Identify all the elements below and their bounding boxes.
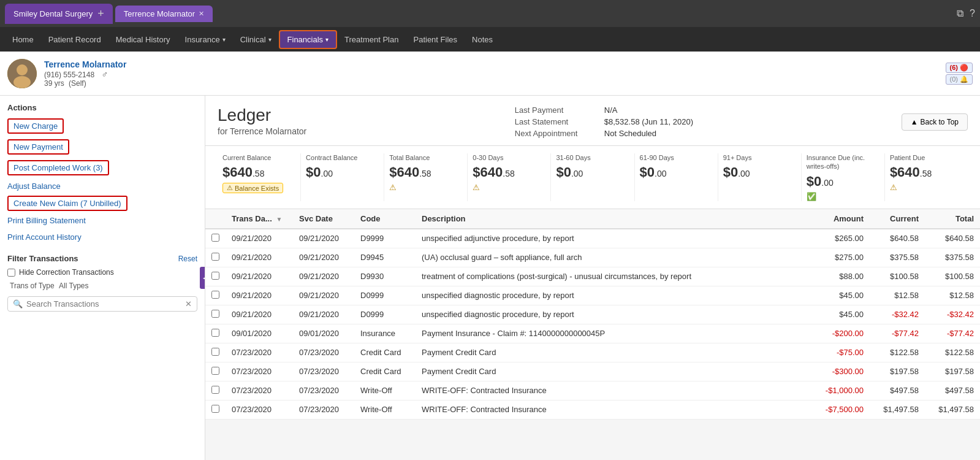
desc-cell: unspecified diagnostic procedure, by rep…	[416, 286, 815, 305]
svc-date-cell: 07/23/2020	[293, 381, 354, 400]
row-checkbox-7[interactable]	[211, 367, 219, 375]
adjust-balance-link[interactable]: Adjust Balance	[7, 179, 197, 193]
patient-name[interactable]: Terrence Molarnator	[44, 59, 941, 69]
nav-patient-files[interactable]: Patient Files	[406, 31, 465, 48]
desc-cell: Payment Insurance - Claim #: 11400000000…	[416, 324, 815, 343]
amount-cell: $45.00	[815, 286, 870, 305]
table-row[interactable]: 09/21/2020 09/21/2020 D9945 (UA) occlusa…	[205, 248, 980, 267]
filter-section: Filter Transactions Reset Hide Correctio…	[7, 254, 197, 312]
table-row[interactable]: 09/21/2020 09/21/2020 D0999 unspecified …	[205, 286, 980, 305]
alert-badge-red[interactable]: (6) 🔴	[946, 63, 973, 73]
tab-smiley-dental[interactable]: Smiley Dental Surgery +	[5, 4, 113, 24]
table-row[interactable]: 09/21/2020 09/21/2020 D0999 unspecified …	[205, 305, 980, 324]
code-cell: D9999	[354, 229, 416, 248]
current-cell: $497.58	[870, 381, 925, 400]
balance-61-90: 61-90 Days $0.00	[635, 153, 718, 201]
back-to-top-button[interactable]: ▲ Back to Top	[902, 113, 968, 131]
table-row[interactable]: 09/21/2020 09/21/2020 D9999 unspecified …	[205, 229, 980, 248]
nav-home[interactable]: Home	[5, 31, 41, 48]
row-checkbox-5[interactable]	[211, 329, 219, 337]
search-clear-icon[interactable]: ✕	[185, 299, 192, 309]
amount-cell: -$1,000.00	[815, 381, 870, 400]
table-container: Trans Da... ▼ Svc Date Code Description …	[205, 209, 980, 420]
ledger-title-area: Ledger for Terrence Molarnator	[218, 105, 306, 136]
tab-close-icon[interactable]: ✕	[199, 10, 204, 18]
row-checkbox-4[interactable]	[211, 310, 219, 318]
avatar	[7, 59, 37, 88]
row-checkbox-8[interactable]	[211, 386, 219, 394]
patient-gender: ♂	[101, 69, 108, 79]
table-row[interactable]: 07/23/2020 07/23/2020 Write-Off WRITE-OF…	[205, 381, 980, 400]
amount-cell: -$7,500.00	[815, 400, 870, 419]
hide-corrections-row: Hide Correction Transactions	[7, 268, 197, 277]
sort-arrow-icon: ▼	[276, 216, 282, 223]
nav-treatment-plan[interactable]: Treatment Plan	[337, 31, 406, 48]
balance-current: Current Balance $640.58 ⚠ Balance Exists	[218, 153, 301, 201]
sidebar-collapse-button[interactable]: ◀	[200, 267, 205, 289]
amount-cell: -$300.00	[815, 362, 870, 381]
windows-icon[interactable]: ⧉	[957, 8, 963, 19]
hide-corrections-checkbox[interactable]	[7, 269, 15, 277]
table-header-row: Trans Da... ▼ Svc Date Code Description …	[205, 209, 980, 229]
trans-date-cell: 07/23/2020	[226, 343, 293, 362]
trans-date-cell: 07/23/2020	[226, 362, 293, 381]
col-amount-header: Amount	[815, 209, 870, 229]
tab-terrence[interactable]: Terrence Molarnator ✕	[115, 6, 213, 22]
svg-point-2	[13, 76, 31, 88]
warn-icon-patient: ⚠	[890, 183, 897, 192]
nav-insurance[interactable]: Insurance	[178, 31, 233, 48]
row-checkbox-0[interactable]	[211, 234, 219, 242]
alert-badge-notes[interactable]: (0) 🔔	[946, 74, 973, 85]
code-cell: D9930	[354, 267, 416, 286]
table-row[interactable]: 07/23/2020 07/23/2020 Write-Off WRITE-OF…	[205, 400, 980, 419]
desc-cell: treatment of complications (post-surgica…	[416, 267, 815, 286]
current-cell: $100.58	[870, 267, 925, 286]
search-input[interactable]	[26, 299, 181, 309]
amount-cell: $265.00	[815, 229, 870, 248]
row-checkbox-9[interactable]	[211, 405, 219, 413]
table-row[interactable]: 07/23/2020 07/23/2020 Credit Card Paymen…	[205, 362, 980, 381]
row-checkbox-2[interactable]	[211, 272, 219, 280]
nav-clinical[interactable]: Clinical	[233, 31, 279, 48]
print-account-history-link[interactable]: Print Account History	[7, 230, 197, 244]
new-payment-link[interactable]: New Payment	[9, 140, 68, 153]
post-completed-work-link[interactable]: Post Completed Work (3)	[9, 161, 108, 174]
trans-date-cell: 09/21/2020	[226, 248, 293, 267]
code-cell: Insurance	[354, 324, 416, 343]
last-statement-row: Last Statement $8,532.58 (Jun 11, 2020)	[515, 117, 693, 126]
total-cell: $197.58	[925, 362, 980, 381]
help-icon[interactable]: ?	[970, 8, 975, 19]
row-checkbox-1[interactable]	[211, 253, 219, 261]
table-row[interactable]: 07/23/2020 07/23/2020 Credit Card Paymen…	[205, 343, 980, 362]
row-checkbox-3[interactable]	[211, 291, 219, 299]
table-row[interactable]: 09/01/2020 09/01/2020 Insurance Payment …	[205, 324, 980, 343]
desc-cell: Payment Credit Card	[416, 362, 815, 381]
ledger-table: Trans Da... ▼ Svc Date Code Description …	[205, 209, 980, 420]
balance-exists-badge: ⚠ Balance Exists	[222, 183, 295, 193]
print-billing-link[interactable]: Print Billing Statement	[7, 213, 197, 228]
nav-medical-history[interactable]: Medical History	[108, 31, 178, 48]
tab-add-icon[interactable]: +	[97, 7, 104, 20]
filter-reset-button[interactable]: Reset	[178, 255, 197, 263]
nav-bar: Home Patient Record Medical History Insu…	[0, 27, 980, 52]
row-checkbox-6[interactable]	[211, 348, 219, 356]
new-charge-link[interactable]: New Charge	[9, 120, 63, 132]
col-transdate-header[interactable]: Trans Da... ▼	[226, 209, 293, 229]
nav-patient-record[interactable]: Patient Record	[41, 31, 108, 48]
total-cell: $12.58	[925, 286, 980, 305]
current-cell: -$32.42	[870, 305, 925, 324]
tab-label-terrence: Terrence Molarnator	[124, 9, 195, 18]
total-cell: $100.58	[925, 267, 980, 286]
total-cell: -$77.42	[925, 324, 980, 343]
table-row[interactable]: 09/21/2020 09/21/2020 D9930 treatment of…	[205, 267, 980, 286]
code-cell: Credit Card	[354, 343, 416, 362]
svc-date-cell: 09/01/2020	[293, 324, 354, 343]
code-cell: D9945	[354, 248, 416, 267]
nav-financials[interactable]: Financials	[279, 30, 338, 49]
svc-date-cell: 09/21/2020	[293, 286, 354, 305]
next-appointment-row: Next Appointment Not Scheduled	[515, 129, 693, 138]
create-claim-link[interactable]: Create New Claim (7 Unbilled)	[9, 197, 126, 210]
page-title: Ledger	[218, 105, 306, 125]
nav-notes[interactable]: Notes	[465, 31, 500, 48]
balance-row: Current Balance $640.58 ⚠ Balance Exists…	[205, 146, 980, 209]
